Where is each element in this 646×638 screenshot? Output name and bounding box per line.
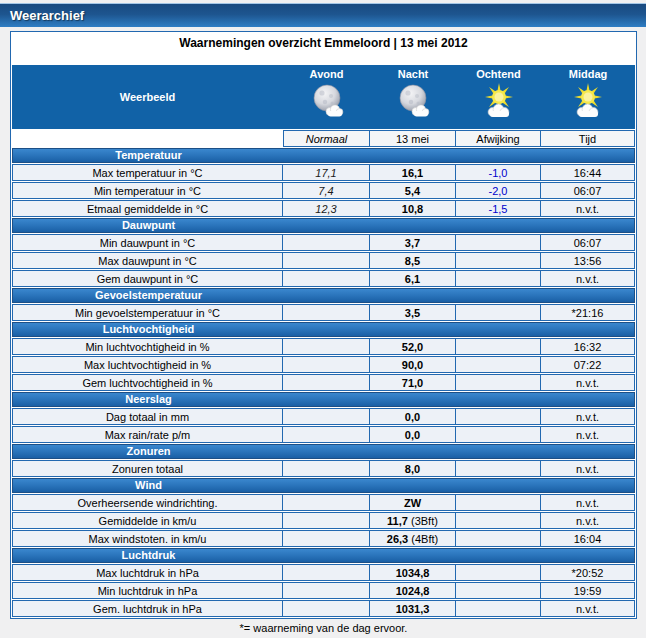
tijd-cell: n.v.t. — [541, 270, 635, 287]
value-cell: 90,0 — [370, 356, 456, 373]
subheader-tijd: Tijd — [541, 130, 635, 147]
section-title-luchtvochtigheid: Luchtvochtigheid — [13, 323, 284, 336]
section-title-dauwpunt: Dauwpunt — [13, 219, 284, 232]
row-label-cell: Min dauwpunt in °C — [12, 234, 283, 251]
normaal-cell — [283, 234, 370, 251]
afwijking-cell — [456, 304, 541, 321]
section-title-luchtdruk: Luchtdruk — [13, 549, 284, 562]
normaal-cell — [283, 408, 370, 425]
value-cell: 0,0 — [370, 426, 456, 443]
afwijking-cell — [456, 582, 541, 599]
table-row: Dag totaal in mm0,0n.v.t. — [12, 408, 635, 425]
tijd-cell: n.v.t. — [541, 600, 635, 617]
value-cell: 0,0 — [370, 408, 456, 425]
table-row: Gem. luchtdruk in hPa1031,3n.v.t. — [12, 600, 635, 617]
tijd-cell: 13:56 — [541, 252, 635, 269]
row-label-cell: Min temperatuur in °C — [12, 182, 283, 199]
row-label-cell: Min gevoelstemperatuur in °C — [12, 304, 283, 321]
afwijking-cell — [456, 374, 541, 391]
normaal-cell — [283, 304, 370, 321]
afwijking-cell — [456, 270, 541, 287]
weerbeeld-band-row: Weerbeeld Avond Nacht Ochtend Middag — [12, 65, 635, 129]
weather-archive-table: Waarnemingen overzicht Emmeloord | 13 me… — [10, 31, 637, 619]
moon-cloud-icon — [394, 83, 432, 121]
afwijking-cell — [456, 234, 541, 251]
value-cell: 11,7 (3Bft) — [370, 512, 456, 529]
section-row-luchtvochtigheid: Luchtvochtigheid — [12, 322, 635, 337]
table-row: Min luchtvochtigheid in %52,016:32 — [12, 338, 635, 355]
normaal-cell: 7,4 — [283, 182, 370, 199]
normaal-cell — [283, 338, 370, 355]
tijd-cell: n.v.t. — [541, 512, 635, 529]
table-row: Max windstoten. in km/u26,3 (4Bft)16:04 — [12, 530, 635, 547]
table-row: Max rain/rate p/m0,0n.v.t. — [12, 426, 635, 443]
tijd-cell: *21:16 — [541, 304, 635, 321]
afwijking-cell — [456, 564, 541, 581]
row-label-cell: Gem. luchtdruk in hPa — [12, 600, 283, 617]
column-label-ochtend: Ochtend — [458, 66, 539, 80]
weerbeeld-label: Weerbeeld — [120, 91, 175, 103]
row-label-cell: Max windstoten. in km/u — [12, 530, 283, 547]
normaal-cell — [283, 582, 370, 599]
value-cell: 3,7 — [370, 234, 456, 251]
afwijking-cell — [456, 408, 541, 425]
afwijking-cell: -1,0 — [456, 164, 541, 181]
value-cell: 1031,3 — [370, 600, 456, 617]
section-header: Luchtdruk — [12, 548, 635, 563]
app-title: Weerarchief — [0, 4, 646, 27]
column-avond: Avond — [283, 65, 370, 129]
tijd-cell: n.v.t. — [541, 460, 635, 477]
normaal-cell — [283, 356, 370, 373]
footnote: *= waarneming van de dag ervoor. — [10, 622, 637, 634]
normaal-cell: 17,1 — [283, 164, 370, 181]
section-title-gevoelstemperatuur: Gevoelstemperatuur — [13, 289, 284, 302]
sun-cloud-icon — [569, 83, 607, 121]
value-cell: 16,1 — [370, 164, 456, 181]
row-label-cell: Max rain/rate p/m — [12, 426, 283, 443]
section-row-gevoelstemperatuur: Gevoelstemperatuur — [12, 288, 635, 303]
section-header: Neerslag — [12, 392, 635, 407]
row-label-cell: Gem luchtvochtigheid in % — [12, 374, 283, 391]
row-label-cell: Max luchtvochtigheid in % — [12, 356, 283, 373]
normaal-cell — [283, 460, 370, 477]
value-cell: 6,1 — [370, 270, 456, 287]
value-cell: 52,0 — [370, 338, 456, 355]
tijd-cell: n.v.t. — [541, 374, 635, 391]
section-header: Wind — [12, 478, 635, 493]
value-cell: 10,8 — [370, 200, 456, 217]
afwijking-cell — [456, 600, 541, 617]
table-row: Max luchtdruk in hPa1034,8*20:52 — [12, 564, 635, 581]
section-header: Dauwpunt — [12, 218, 635, 233]
section-row-wind: Wind — [12, 478, 635, 493]
row-label-cell: Dag totaal in mm — [12, 408, 283, 425]
table-row: Max dauwpunt in °C8,513:56 — [12, 252, 635, 269]
normaal-cell — [283, 600, 370, 617]
row-label-cell: Zonuren totaal — [12, 460, 283, 477]
column-ochtend: Ochtend — [456, 65, 541, 129]
normaal-cell — [283, 512, 370, 529]
row-label-cell: Max dauwpunt in °C — [12, 252, 283, 269]
table-row: Gemiddelde in km/u11,7 (3Bft)n.v.t. — [12, 512, 635, 529]
afwijking-cell: -1,5 — [456, 200, 541, 217]
section-row-zonuren: Zonuren — [12, 444, 635, 459]
weather-table-body: Weerbeeld Avond Nacht Ochtend Middag — [12, 65, 635, 617]
tijd-cell: n.v.t. — [541, 200, 635, 217]
value-cell: 1034,8 — [370, 564, 456, 581]
column-label-nacht: Nacht — [372, 66, 454, 80]
tijd-cell: 16:32 — [541, 338, 635, 355]
subheader-row: Normaal 13 mei Afwijking Tijd — [12, 130, 635, 147]
row-label-cell: Gem dauwpunt in °C — [12, 270, 283, 287]
table-row: Overheersende windrichting.ZWn.v.t. — [12, 494, 635, 511]
afwijking-cell — [456, 252, 541, 269]
tijd-cell: 16:44 — [541, 164, 635, 181]
afwijking-cell — [456, 426, 541, 443]
row-label-cell: Min luchtdruk in hPa — [12, 582, 283, 599]
column-label-middag: Middag — [543, 66, 633, 80]
table-row: Min gevoelstemperatuur in °C3,5*21:16 — [12, 304, 635, 321]
normaal-cell — [283, 494, 370, 511]
section-row-neerslag: Neerslag — [12, 392, 635, 407]
table-row: Max luchtvochtigheid in %90,007:22 — [12, 356, 635, 373]
column-label-avond: Avond — [285, 66, 368, 80]
tijd-cell: n.v.t. — [541, 494, 635, 511]
tijd-cell: n.v.t. — [541, 426, 635, 443]
